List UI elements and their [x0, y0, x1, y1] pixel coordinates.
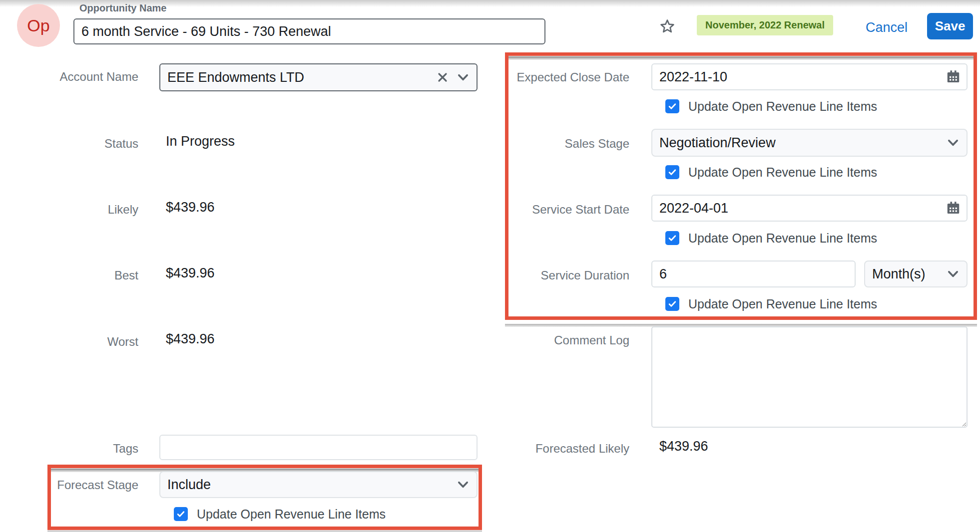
tags-label: Tags — [10, 442, 138, 456]
calendar-icon[interactable] — [946, 70, 961, 84]
update-revenue-checkbox-label: Update Open Revenue Line Items — [688, 165, 877, 179]
update-revenue-checkbox-label: Update Open Revenue Line Items — [197, 507, 386, 521]
forecast-stage-select[interactable]: Include — [159, 471, 478, 498]
update-revenue-checkbox-start-date[interactable] — [665, 231, 679, 245]
expected-close-date-input[interactable]: 2022-11-10 — [651, 63, 968, 90]
update-revenue-checkbox-label: Update Open Revenue Line Items — [688, 99, 877, 113]
forecast-stage-value: Include — [167, 477, 211, 493]
service-start-date-input[interactable]: 2022-04-01 — [651, 195, 968, 222]
chevron-down-icon[interactable] — [457, 71, 470, 84]
worst-label: Worst — [10, 335, 138, 349]
likely-value: $439.96 — [166, 200, 215, 215]
renewal-badge: November, 2022 Renewal — [697, 15, 833, 35]
forecasted-likely-label: Forecasted Likely — [510, 442, 629, 456]
opportunity-name-label: Opportunity Name — [79, 2, 166, 14]
sales-stage-label: Sales Stage — [510, 137, 629, 151]
check-icon — [667, 299, 677, 309]
update-revenue-checkbox-duration[interactable] — [665, 297, 679, 311]
service-duration-unit-select[interactable]: Month(s) — [864, 261, 968, 287]
save-button[interactable]: Save — [927, 13, 973, 39]
opportunity-name-input[interactable] — [73, 18, 545, 44]
update-revenue-checkbox-forecast[interactable] — [174, 507, 188, 521]
likely-label: Likely — [10, 203, 138, 217]
expected-close-date-label: Expected Close Date — [510, 70, 629, 84]
cancel-button[interactable]: Cancel — [866, 20, 908, 35]
service-start-date-value: 2022-04-01 — [659, 201, 728, 216]
account-name-select[interactable]: EEE Endowments LTD — [159, 63, 478, 91]
update-revenue-checkbox-label: Update Open Revenue Line Items — [688, 231, 877, 245]
check-icon — [667, 167, 677, 177]
comment-log-label: Comment Log — [510, 333, 629, 347]
favorite-star-icon[interactable] — [658, 18, 676, 36]
chevron-down-icon[interactable] — [457, 478, 470, 491]
forecast-stage-label: Forecast Stage — [10, 478, 138, 492]
avatar: Op — [17, 4, 60, 47]
check-icon — [176, 509, 186, 519]
worst-value: $439.96 — [166, 331, 215, 347]
expected-close-date-value: 2022-11-10 — [659, 69, 727, 85]
service-duration-unit-value: Month(s) — [872, 266, 926, 282]
calendar-icon[interactable] — [946, 201, 961, 216]
forecasted-likely-value: $439.96 — [659, 439, 708, 454]
status-value: In Progress — [166, 134, 235, 149]
panel-divider-stripe — [508, 56, 974, 60]
check-icon — [667, 101, 677, 111]
chevron-down-icon[interactable] — [947, 136, 960, 149]
check-icon — [667, 233, 677, 243]
service-duration-label: Service Duration — [510, 268, 629, 282]
comment-log-textarea[interactable] — [651, 326, 968, 428]
account-name-label: Account Name — [10, 70, 138, 84]
update-revenue-checkbox-close-date[interactable] — [665, 99, 679, 113]
sales-stage-value: Negotiation/Review — [659, 135, 776, 151]
sales-stage-select[interactable]: Negotiation/Review — [651, 129, 968, 157]
update-revenue-checkbox-label: Update Open Revenue Line Items — [688, 297, 877, 311]
account-name-value: EEE Endowments LTD — [167, 70, 304, 85]
service-duration-input[interactable] — [651, 261, 856, 287]
service-start-date-label: Service Start Date — [510, 203, 629, 217]
status-label: Status — [10, 137, 138, 151]
opportunity-edit-view: Op Opportunity Name November, 2022 Renew… — [0, 0, 980, 532]
tags-input[interactable] — [159, 435, 478, 460]
best-value: $439.96 — [166, 266, 215, 281]
chevron-down-icon[interactable] — [947, 267, 960, 280]
clear-x-icon[interactable] — [437, 71, 449, 83]
best-label: Best — [10, 268, 138, 282]
update-revenue-checkbox-sales-stage[interactable] — [665, 165, 679, 179]
